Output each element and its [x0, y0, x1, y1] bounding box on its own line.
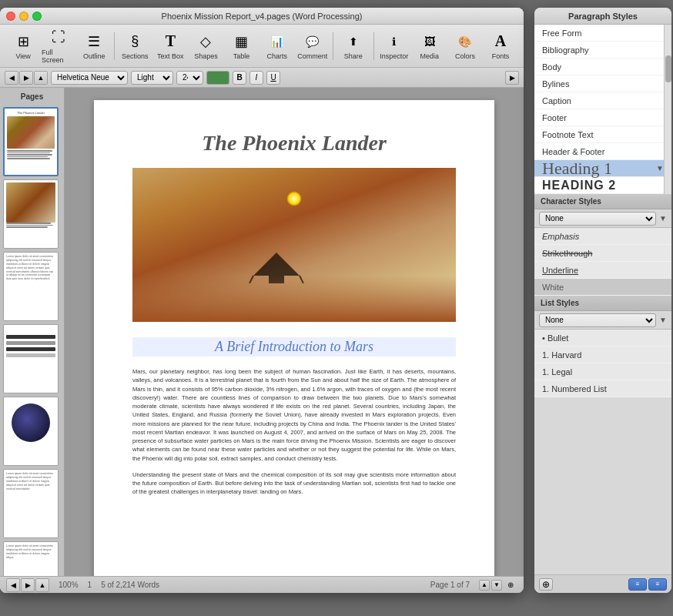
page-thumb-5[interactable]: 5	[3, 397, 59, 466]
page-thumb-4[interactable]: 4	[3, 324, 59, 393]
char-style-underline[interactable]: Underline	[534, 262, 671, 279]
list-dropdown-arrow[interactable]: ▼	[659, 316, 667, 324]
toolbar-sections-label: Sections	[122, 52, 149, 60]
horizon	[132, 276, 456, 322]
document-area[interactable]: The Phoenix Lander	[65, 88, 524, 576]
style-caption[interactable]: Caption	[534, 92, 671, 109]
list-styles-title: List Styles	[541, 299, 579, 307]
status-next-btn[interactable]: ▶	[21, 578, 35, 592]
page-thumb-2[interactable]: 2	[3, 179, 59, 249]
toolbar-table-label: Table	[233, 52, 250, 60]
panel-toggle-buttons: ≡ ≡	[628, 578, 667, 591]
status-nav-up[interactable]: ▲	[479, 580, 490, 591]
toolbar-shapes-label: Shapes	[194, 52, 218, 60]
toolbar-sections[interactable]: § Sections	[118, 28, 152, 64]
status-up-btn[interactable]: ▲	[35, 578, 49, 592]
paragraph-styles-list: Free Form Bibliography Body Bylines Capt…	[534, 25, 671, 194]
textbox-icon: T	[161, 32, 179, 51]
panel-toggle-1[interactable]: ≡	[628, 578, 647, 591]
toolbar-share[interactable]: ⬆ Share	[336, 28, 370, 64]
character-dropdown-row: None ▼	[534, 209, 671, 228]
toolbar-inspector[interactable]: ℹ Inspector	[377, 28, 411, 64]
font-style-select[interactable]: Light	[131, 71, 173, 85]
style-footer[interactable]: Footer	[534, 109, 671, 126]
style-footnote-text[interactable]: Footnote Text	[534, 126, 671, 143]
panel-add-button[interactable]: ⊕	[539, 578, 553, 591]
content-area: Pages The Phoenix Lander 1	[0, 88, 524, 576]
status-prev-btn[interactable]: ◀	[6, 578, 20, 592]
nav-up-btn[interactable]: ▲	[34, 71, 48, 85]
toolbar-table[interactable]: ▦ Table	[225, 28, 259, 64]
style-body[interactable]: Body	[534, 59, 671, 75]
toolbar-comment[interactable]: 💬 Comment	[296, 28, 330, 64]
toolbar-view[interactable]: ⊞ View	[6, 28, 40, 64]
list-style-bullet[interactable]: • Bullet	[534, 330, 671, 346]
status-nav-down[interactable]: ▼	[491, 580, 502, 591]
character-dropdown-arrow[interactable]: ▼	[659, 214, 667, 223]
character-styles-dropdown[interactable]: None	[539, 212, 656, 226]
nav-prev-btn[interactable]: ◀	[5, 71, 18, 85]
toolbar-outline[interactable]: ☰ Outline	[77, 28, 111, 64]
toolbar-textbox[interactable]: T Text Box	[153, 28, 187, 64]
shapes-icon: ◇	[196, 32, 215, 51]
char-style-emphasis[interactable]: Emphasis	[534, 228, 671, 245]
font-size-select[interactable]: 24	[176, 71, 203, 85]
toolbar: ⊞ View ⛶ Full Screen ☰ Outline § Section…	[0, 25, 524, 68]
outline-icon: ☰	[85, 32, 103, 51]
style-bylines[interactable]: Bylines	[534, 75, 671, 92]
paragraph-styles-scrollbar[interactable]	[664, 25, 671, 194]
character-styles-list: Emphasis Strikethrough Underline White	[534, 228, 671, 296]
thumb7-text: Lorem ipsum dolor sit amet consectetur a…	[6, 544, 55, 560]
thumb1-image	[7, 116, 55, 149]
toolbar-fonts-label: Fonts	[492, 52, 510, 60]
toolbar-fonts[interactable]: A Fonts	[484, 28, 517, 64]
page-thumb-7[interactable]: Lorem ipsum dolor sit amet consectetur a…	[3, 541, 59, 576]
status-page-of-total: Page 1 of 7	[430, 581, 470, 589]
title-bar: Phoenix Mission Report_v4.pages (Word Pr…	[0, 8, 524, 25]
thumb6-text: Lorem ipsum dolor sit amet consectetur a…	[6, 472, 55, 490]
format-nav-end[interactable]: ▶	[505, 71, 519, 85]
style-bibliography[interactable]: Bibliography	[534, 42, 671, 59]
toolbar-charts[interactable]: 📊 Charts	[260, 28, 294, 64]
thumb3-content: Lorem ipsum dolor sit amet consectetur a…	[4, 253, 58, 320]
char-style-strikethrough[interactable]: Strikethrough	[534, 245, 671, 262]
format-bar: ◀ ▶ ▲ Helvetica Neue Light 24 B I U ▶	[0, 68, 524, 88]
list-dropdown-row: None ▼	[534, 311, 671, 330]
status-options[interactable]: ⊕	[504, 580, 517, 591]
italic-button[interactable]: I	[249, 71, 263, 85]
close-button[interactable]	[6, 12, 15, 21]
bold-button[interactable]: B	[233, 71, 246, 85]
toolbar-fullscreen-label: Full Screen	[42, 49, 75, 64]
nav-next-btn[interactable]: ▶	[19, 71, 33, 85]
minimize-button[interactable]	[19, 12, 28, 21]
toolbar-share-label: Share	[344, 52, 363, 60]
toolbar-colors[interactable]: 🎨 Colors	[448, 28, 482, 64]
list-style-legal[interactable]: 1. Legal	[534, 363, 671, 380]
page-thumb-6[interactable]: Lorem ipsum dolor sit amet consectetur a…	[3, 469, 59, 538]
thumb2-text	[6, 223, 55, 228]
thumb2-content	[4, 180, 58, 248]
maximize-button[interactable]	[32, 12, 42, 21]
panel-toggle-2-icon: ≡	[656, 581, 660, 588]
thumb6-content: Lorem ipsum dolor sit amet consectetur a…	[4, 470, 58, 537]
panel-toggle-2[interactable]: ≡	[648, 578, 667, 591]
thumb1-title: The Phoenix Lander	[7, 111, 55, 115]
list-style-harvard[interactable]: 1. Harvard	[534, 346, 671, 363]
list-style-numbered[interactable]: 1. Numbered List	[534, 380, 671, 397]
paragraph-styles-panel: Paragraph Styles Free Form Bibliography …	[534, 8, 671, 593]
char-style-white[interactable]: White	[534, 279, 671, 296]
toolbar-media[interactable]: 🖼 Media	[413, 28, 447, 64]
style-heading2[interactable]: HEADING 2	[534, 177, 671, 194]
thumb5-globe	[12, 403, 50, 442]
toolbar-shapes[interactable]: ◇ Shapes	[189, 28, 223, 64]
toolbar-fullscreen[interactable]: ⛶ Full Screen	[42, 28, 75, 64]
font-family-select[interactable]: Helvetica Neue	[51, 71, 128, 85]
underline-button[interactable]: U	[266, 71, 280, 85]
text-color-button[interactable]	[206, 71, 229, 85]
style-free-form[interactable]: Free Form	[534, 25, 671, 42]
list-styles-dropdown[interactable]: None	[539, 313, 656, 327]
page-thumb-3[interactable]: Lorem ipsum dolor sit amet consectetur a…	[3, 252, 59, 321]
style-heading1[interactable]: Heading 1 ▼	[534, 160, 671, 177]
page-thumb-1[interactable]: The Phoenix Lander 1	[3, 107, 59, 176]
body-paragraph-2: Understanding the present state of Mars …	[132, 470, 456, 497]
